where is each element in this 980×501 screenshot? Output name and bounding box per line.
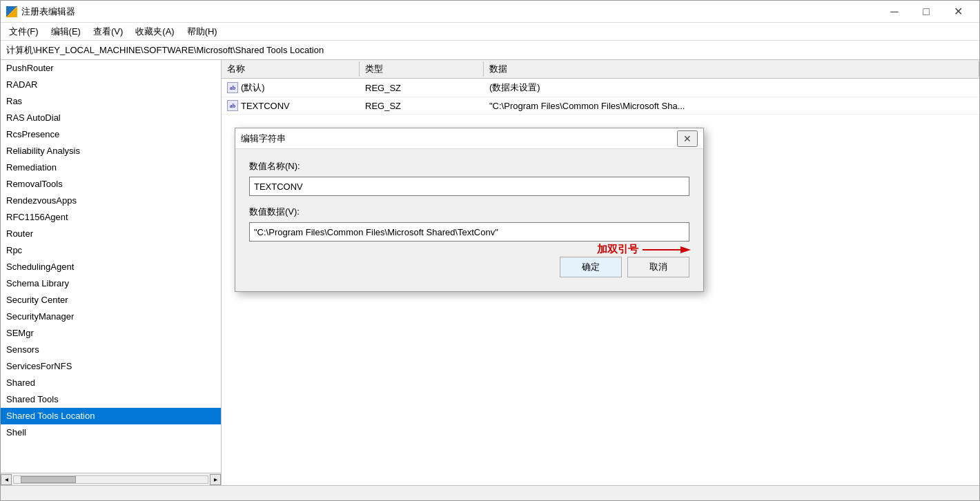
data-input[interactable]	[249, 222, 689, 242]
dialog-title: 编辑字符串	[241, 132, 677, 145]
confirm-button[interactable]: 确定	[560, 257, 622, 277]
dialog-overlay: 编辑字符串 ✕ 数值名称(N): 数值数据(V): 确定 取消 加双引号	[0, 0, 980, 501]
cancel-button[interactable]: 取消	[627, 257, 689, 277]
data-label: 数值数据(V):	[249, 206, 689, 218]
name-label: 数值名称(N):	[249, 160, 689, 173]
dialog-title-bar: 编辑字符串 ✕	[235, 128, 703, 149]
dialog-buttons: 确定 取消	[249, 257, 689, 277]
dialog-close-button[interactable]: ✕	[677, 130, 698, 147]
name-input[interactable]	[249, 177, 689, 196]
dialog-body: 数值名称(N): 数值数据(V): 确定 取消	[235, 149, 703, 291]
edit-string-dialog: 编辑字符串 ✕ 数值名称(N): 数值数据(V): 确定 取消	[235, 128, 704, 292]
